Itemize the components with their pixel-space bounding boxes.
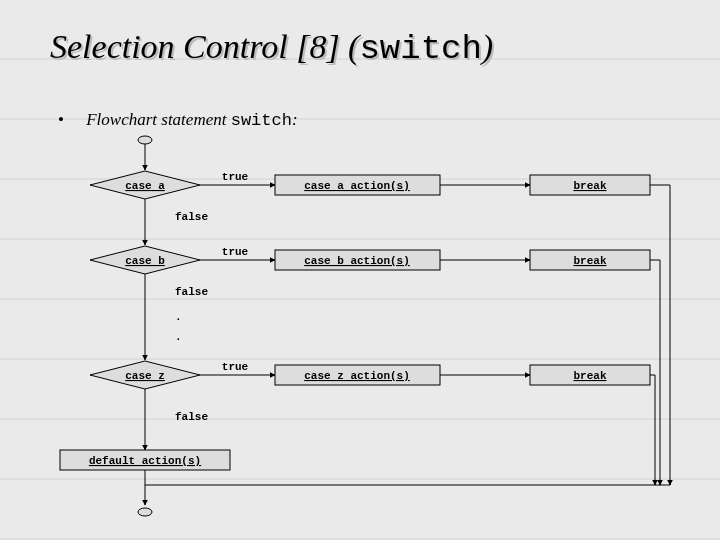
ellipsis-1: .	[175, 311, 182, 323]
bullet-code: switch	[231, 111, 292, 130]
default-action-label: default action(s)	[89, 455, 201, 467]
action-a-label: case a action(s)	[304, 180, 410, 192]
title-pre: Selection Control [8] (	[50, 28, 359, 65]
bullet-dot: •	[58, 110, 64, 129]
false-b: false	[175, 286, 208, 298]
bullet-post: :	[292, 110, 298, 129]
false-a: false	[175, 211, 208, 223]
diamond-case-b-label: case b	[125, 255, 165, 267]
diamond-case-a-label: case a	[125, 180, 165, 192]
title-code: switch	[359, 30, 481, 68]
action-b-label: case b action(s)	[304, 255, 410, 267]
bullet-pre: Flowchart statement	[86, 110, 230, 129]
action-z-label: case z action(s)	[304, 370, 410, 382]
true-z: true	[222, 361, 249, 373]
start-node	[138, 136, 152, 144]
false-z: false	[175, 411, 208, 423]
flowchart: case a true case a action(s) break false…	[40, 130, 700, 530]
break-b-label: break	[573, 255, 606, 267]
ellipsis-2: .	[175, 331, 182, 343]
break-a-label: break	[573, 180, 606, 192]
true-a: true	[222, 171, 249, 183]
end-node	[138, 508, 152, 516]
diamond-case-z-label: case z	[125, 370, 165, 382]
title-post: )	[482, 28, 493, 65]
bullet: • Flowchart statement switch:	[58, 110, 298, 130]
page-title: Selection Control [8] (switch)	[50, 28, 493, 68]
break-z-label: break	[573, 370, 606, 382]
true-b: true	[222, 246, 249, 258]
